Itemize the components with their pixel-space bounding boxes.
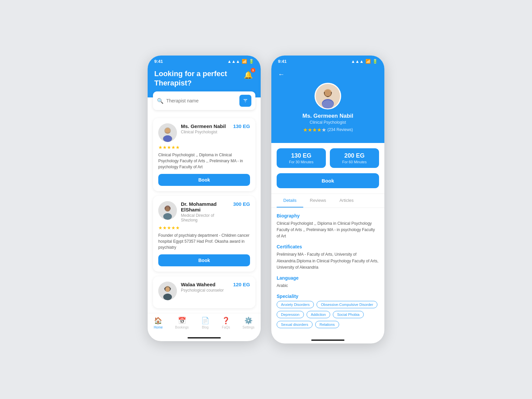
pricing-section: 130 EG For 30 Minutes 200 EG For 60 Minu…	[271, 143, 384, 173]
faqs-icon: ❓	[222, 317, 230, 325]
home-indicator-2	[311, 339, 344, 341]
therapist-card-0: Ms. Germeen Nabil Clinical Psychologist …	[153, 118, 255, 191]
card-name-1: Dr. Mohammad ElShami	[181, 201, 229, 212]
wifi-icon-1: 📶	[242, 59, 247, 64]
search-input[interactable]	[166, 98, 239, 103]
settings-label: Settings	[242, 326, 254, 329]
status-bar-2: 9:41 ▲▲▲ 📶 🔋	[271, 56, 384, 66]
svg-point-7	[163, 135, 172, 142]
doctor-stars: ★★★★★	[303, 127, 326, 133]
bookings-label: Bookings	[175, 326, 189, 329]
nav-blog[interactable]: 📄 Blog	[201, 317, 209, 329]
tag-social-phobia: Social Phobia	[333, 311, 364, 318]
bell-icon: 🔔	[244, 71, 253, 79]
home-icon: 🏠	[154, 317, 162, 325]
avatar-2	[158, 282, 177, 300]
card-price-2: 120 EG	[233, 282, 250, 287]
svg-point-12	[165, 207, 170, 211]
blog-icon: 📄	[201, 317, 209, 325]
price-amount-0: 130 EG	[281, 152, 322, 159]
nav-bookings[interactable]: 📅 Bookings	[175, 317, 189, 329]
phone-detail: 9:41 ▲▲▲ 📶 🔋 ← Ms. Germeen Nabil	[271, 56, 384, 343]
filter-button[interactable]	[239, 95, 251, 107]
card-desc-0: Clinical Psychologist ,, Diploma in Clin…	[158, 152, 250, 170]
nav-home[interactable]: 🏠 Home	[154, 317, 163, 329]
biography-text: Clinical Psychologist ,, Diploma in Clin…	[277, 220, 379, 240]
card-desc-1: Founder of psychiatry department - Child…	[158, 232, 250, 250]
biography-title: Biography	[277, 213, 379, 218]
card-role-2: Psychological counselor	[181, 288, 229, 293]
svg-point-16	[165, 287, 170, 292]
status-icons-1: ▲▲▲ 📶 🔋	[227, 59, 254, 64]
time-1: 9:41	[154, 59, 163, 64]
book-button-0[interactable]: Book	[158, 174, 250, 186]
nav-faqs[interactable]: ❓ FaQs	[222, 317, 230, 329]
wifi-icon-2: 📶	[365, 59, 371, 64]
blog-label: Blog	[202, 326, 208, 329]
tag-addiction: Addiction	[307, 311, 330, 318]
avatar-0	[158, 123, 177, 142]
doctor-rating: ★★★★★ (234 Reviews)	[303, 127, 353, 133]
search-icon: 🔍	[157, 98, 164, 104]
book-button-1[interactable]: Book	[158, 254, 250, 266]
review-count: (234 Reviews)	[328, 127, 353, 132]
doctor-role: Clinical Psychologist	[310, 120, 346, 125]
phone-list: 9:41 ▲▲▲ 📶 🔋 Looking for a perfect Thera…	[148, 56, 261, 341]
signal-icon-2: ▲▲▲	[351, 59, 364, 64]
therapist-card-2: Walaa Waheed Psychological counselor 120…	[153, 276, 255, 308]
screen-container: 9:41 ▲▲▲ 📶 🔋 Looking for a perfect Thera…	[134, 42, 398, 357]
speciality-title: Speciality	[277, 294, 379, 299]
card-price-1: 300 EG	[233, 201, 250, 207]
svg-point-21	[322, 100, 333, 108]
phone2-header: ← Ms. Germeen Nabil Clinical Psychologis…	[271, 66, 384, 143]
tab-details[interactable]: Details	[277, 194, 303, 207]
card-info-0: Ms. Germeen Nabil Clinical Psychologist	[181, 123, 229, 134]
svg-point-20	[325, 90, 331, 96]
certificates-title: Certificates	[277, 244, 379, 249]
faqs-label: FaQs	[222, 326, 230, 329]
tag-depression: Depression	[277, 311, 304, 318]
therapist-list: Ms. Germeen Nabil Clinical Psychologist …	[148, 110, 261, 308]
price-card-1: 200 EG For 60 Minutes	[330, 148, 379, 168]
card-top-1: Dr. Mohammad ElShami Medical Director of…	[158, 201, 250, 222]
status-icons-2: ▲▲▲ 📶 🔋	[351, 59, 378, 64]
card-info-2: Walaa Waheed Psychological counselor	[181, 282, 229, 293]
back-button[interactable]: ←	[278, 69, 285, 79]
language-text: Arabic	[277, 283, 379, 289]
tab-reviews[interactable]: Reviews	[303, 194, 333, 207]
bottom-nav: 🏠 Home 📅 Bookings 📄 Blog ❓ FaQs ⚙️ Setti…	[148, 313, 261, 336]
certificates-text: Preliminary MA - Faculty of Arts, Univer…	[277, 251, 379, 271]
tabs-section: Details Reviews Articles Biography Clini…	[271, 194, 384, 338]
card-price-0: 130 EG	[233, 123, 250, 129]
card-top-0: Ms. Germeen Nabil Clinical Psychologist …	[158, 123, 250, 142]
search-bar: 🔍	[153, 91, 255, 110]
battery-icon-1: 🔋	[249, 59, 254, 64]
home-indicator-1	[188, 337, 221, 338]
price-duration-0: For 30 Minutes	[281, 160, 322, 164]
notification-button[interactable]: 🔔 1	[242, 69, 254, 81]
home-label: Home	[154, 326, 163, 329]
card-top-2: Walaa Waheed Psychological counselor 120…	[158, 282, 250, 300]
doctor-avatar	[315, 83, 341, 109]
bookings-icon: 📅	[178, 317, 186, 325]
tag-ocd: Obsessive-Compulsive Disorder	[317, 301, 377, 308]
tab-articles[interactable]: Articles	[333, 194, 360, 207]
nav-settings[interactable]: ⚙️ Settings	[242, 317, 254, 329]
time-2: 9:41	[278, 59, 287, 64]
language-title: Language	[277, 275, 379, 281]
price-card-0: 130 EG For 30 Minutes	[277, 148, 326, 168]
price-duration-1: For 60 Minutes	[334, 160, 375, 164]
stars-0: ★★★★★	[158, 145, 250, 150]
svg-point-15	[163, 294, 172, 300]
notification-badge: 1	[251, 68, 255, 72]
avatar-1	[158, 201, 177, 220]
details-content: Biography Clinical Psychologist ,, Diplo…	[271, 208, 384, 338]
speciality-tags: Anxiety Disorders Obsessive-Compulsive D…	[277, 301, 379, 328]
signal-icon-1: ▲▲▲	[227, 59, 240, 64]
tag-relations: Relations	[315, 321, 339, 328]
therapist-card-1: Dr. Mohammad ElShami Medical Director of…	[153, 196, 255, 272]
book-button-detail[interactable]: Book	[277, 173, 379, 188]
stars-1: ★★★★★	[158, 225, 250, 230]
card-role-1: Medical Director of Shezlong	[181, 213, 229, 222]
settings-icon: ⚙️	[244, 317, 253, 325]
